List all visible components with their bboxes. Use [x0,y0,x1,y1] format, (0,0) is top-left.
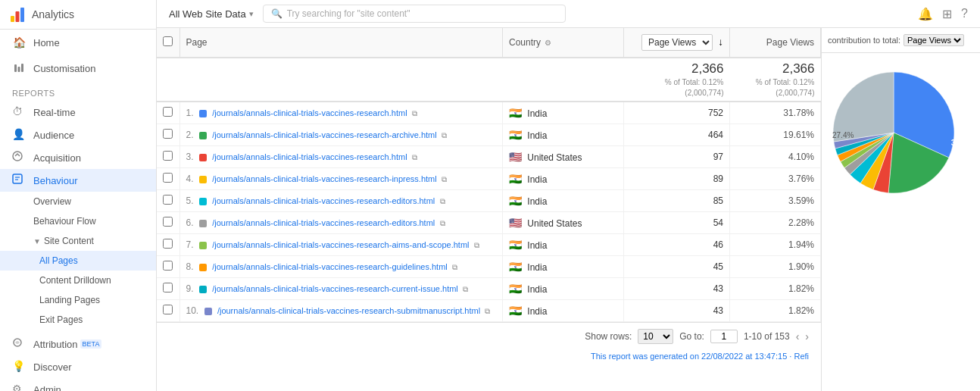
sidebar-item-overview[interactable]: Overview [0,192,156,211]
admin-icon: ⚙ [12,383,26,391]
row-checkbox-4[interactable] [163,195,173,205]
pageviews-metric-select[interactable]: Page Views [641,34,713,51]
th-page-label: Page [186,37,208,48]
row-checkbox-cell [157,190,179,212]
row-num-0: 1. [186,108,194,118]
sidebar-item-landing-pages[interactable]: Landing Pages [0,290,156,310]
data-selector[interactable]: All Web Site Data ▾ [169,8,254,20]
row-copy-icon-9[interactable]: ⧉ [485,307,490,315]
sidebar-item-content-drilldown[interactable]: Content Drilldown [0,271,156,290]
select-all-checkbox[interactable] [163,36,173,46]
row-checkbox-6[interactable] [163,239,173,249]
row-country-2: United States [527,152,582,163]
country-filter-icon[interactable]: ⚙ [545,39,551,47]
th-country-label: Country [509,37,541,48]
apps-icon[interactable]: ⊞ [942,7,952,21]
row-country-cell: 🇮🇳 India [503,234,624,256]
row-checkbox-9[interactable] [163,305,173,314]
row-copy-icon-1[interactable]: ⧉ [442,131,447,139]
sidebar-item-exit-pages[interactable]: Exit Pages [0,310,156,330]
total-pv-value: 2,366 [736,61,815,77]
realtime-icon: ⏱ [12,105,26,119]
sidebar-item-realtime[interactable]: ⏱ Real-time [0,101,156,124]
next-page-button[interactable]: › [805,330,809,343]
row-country-1: India [527,130,547,141]
row-copy-icon-8[interactable]: ⧉ [463,285,468,293]
pie-chart-container: 27.4% 31.0% 19.6% [822,61,980,124]
row-country-4: India [527,196,547,207]
row-page-link-9[interactable]: /journals/annals-clinical-trials-vaccine… [217,306,480,315]
search-box[interactable]: 🔍 Try searching for "site content" [263,5,566,23]
row-checkbox-1[interactable] [163,129,173,139]
row-country-cell: 🇮🇳 India [503,168,624,190]
row-copy-icon-0[interactable]: ⧉ [412,109,417,117]
row-copy-icon-4[interactable]: ⧉ [440,197,445,205]
discover-label: Discover [33,361,72,373]
svg-rect-2 [20,8,24,22]
row-flag-9: 🇮🇳 [509,305,522,317]
row-page-link-5[interactable]: /journals/annals-clinical-trials-vaccine… [212,218,435,227]
row-checkbox-0[interactable] [163,107,173,117]
row-flag-3: 🇮🇳 [509,173,522,185]
row-page-link-4[interactable]: /journals/annals-clinical-trials-vaccine… [212,196,435,205]
landing-pages-label: Landing Pages [39,295,100,305]
row-page-link-7[interactable]: /journals/annals-clinical-trials-vaccine… [212,262,448,271]
sidebar-item-behaviour[interactable]: Behaviour [0,169,156,192]
row-country-cell: 🇮🇳 India [503,256,624,278]
goto-input[interactable] [710,330,738,343]
row-checkbox-7[interactable] [163,261,173,271]
table-row: 3. /journals/annals-clinical-trials-vacc… [157,146,821,168]
sidebar-item-admin[interactable]: ⚙ Admin [0,378,156,391]
contrib-metric-select[interactable]: Page Views [904,34,964,46]
sidebar-item-audience[interactable]: 👤 Audience [0,124,156,146]
sidebar-item-site-content[interactable]: ▼ Site Content [0,231,156,251]
row-pct-cell: 1.90% [730,256,821,278]
sidebar-item-behaviour-flow[interactable]: Behaviour Flow [0,211,156,231]
sidebar-item-customisation[interactable]: Customisation [0,55,156,81]
row-page-link-6[interactable]: /journals/annals-clinical-trials-vaccine… [212,240,469,249]
row-copy-icon-7[interactable]: ⧉ [452,263,457,271]
row-checkbox-5[interactable] [163,217,173,227]
row-color-dot-2 [199,154,207,161]
row-copy-icon-2[interactable]: ⧉ [412,153,417,161]
row-country-cell: 🇺🇸 United States [503,146,624,168]
row-copy-icon-6[interactable]: ⧉ [474,241,479,249]
sidebar-item-realtime-label: Real-time [33,107,76,118]
notification-icon[interactable]: 🔔 [918,7,933,21]
table-row: 2. /journals/annals-clinical-trials-vacc… [157,124,821,146]
row-checkbox-8[interactable] [163,283,173,292]
table-row: 10. /journals/annals-clinical-trials-vac… [157,300,821,322]
row-checkbox-2[interactable] [163,151,173,161]
row-page-link-3[interactable]: /journals/annals-clinical-trials-vaccine… [212,174,437,183]
row-views-cell: 43 [624,278,730,300]
row-copy-icon-5[interactable]: ⧉ [440,219,445,227]
contrib-header: contribution to total: Page Views [822,28,980,53]
row-page-link-1[interactable]: /journals/annals-clinical-trials-vaccine… [212,130,437,139]
discover-icon: 💡 [12,360,26,374]
sidebar-item-all-pages[interactable]: All Pages [0,251,156,271]
all-pages-label: All Pages [39,255,78,266]
rows-per-page-select[interactable]: 10 25 50 100 [638,329,673,344]
attribution-label: Attribution [33,339,78,350]
row-page-link-8[interactable]: /journals/annals-clinical-trials-vaccine… [212,284,458,293]
row-page-link-0[interactable]: /journals/annals-clinical-trials-vaccine… [212,108,407,117]
row-checkbox-3[interactable] [163,173,173,183]
sidebar-item-audience-label: Audience [33,130,74,141]
row-country-0: India [527,108,547,119]
row-num-6: 7. [186,239,194,250]
attribution-icon [12,337,26,351]
row-country-cell: 🇮🇳 India [503,124,624,146]
prev-page-button[interactable]: ‹ [796,330,800,343]
row-copy-icon-3[interactable]: ⧉ [442,175,447,183]
help-icon[interactable]: ? [961,7,968,20]
sidebar-item-attribution[interactable]: Attribution BETA [0,333,156,355]
sidebar-item-home[interactable]: 🏠 Home [0,30,156,55]
data-selector-dropdown-icon[interactable]: ▾ [249,9,254,19]
row-page-link-2[interactable]: /journals/annals-clinical-trials-vaccine… [212,152,407,161]
sidebar-item-acquisition[interactable]: Acquisition [0,146,156,169]
sort-descending-button[interactable]: ↓ [718,36,723,48]
table-row: 9. /journals/annals-clinical-trials-vacc… [157,278,821,300]
row-color-dot-1 [199,132,207,139]
th-pageviews-2-label: Page Views [766,37,814,48]
sidebar-item-discover[interactable]: 💡 Discover [0,355,156,378]
